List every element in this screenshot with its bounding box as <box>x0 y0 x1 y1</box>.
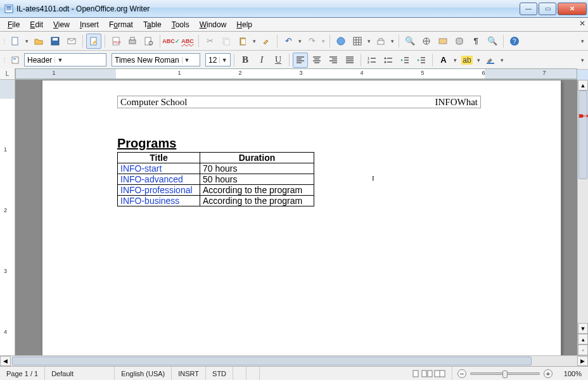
close-button[interactable]: ✕ <box>558 3 587 15</box>
status-style[interactable]: Default <box>45 367 115 380</box>
single-page-icon[interactable] <box>411 370 420 377</box>
multi-page-icon[interactable] <box>421 370 433 377</box>
redo-button[interactable]: ↷ <box>304 34 319 49</box>
status-selection-mode[interactable]: STD <box>206 367 233 380</box>
styles-button[interactable] <box>8 53 23 68</box>
table-button[interactable] <box>350 34 365 49</box>
scroll-track[interactable] <box>578 91 588 323</box>
prev-page-button[interactable]: ▴ <box>578 334 588 345</box>
zoom-out-button[interactable]: − <box>457 369 466 378</box>
minimize-button[interactable]: — <box>520 3 537 15</box>
table-dropdown-icon[interactable]: ▾ <box>366 38 372 44</box>
paragraph-style-combo[interactable]: Header ▼ <box>24 53 106 66</box>
background-color-button[interactable] <box>483 53 498 68</box>
menu-insert[interactable]: Insert <box>75 19 104 30</box>
dropdown-icon[interactable]: ▼ <box>219 57 229 63</box>
show-draw-button[interactable] <box>373 34 388 49</box>
horizontal-scrollbar[interactable]: ◀ ▶ <box>0 355 588 366</box>
align-right-button[interactable] <box>326 53 341 68</box>
zoom-track[interactable] <box>470 372 540 375</box>
copy-button[interactable] <box>219 34 234 49</box>
scroll-track[interactable] <box>11 356 577 366</box>
draw-dropdown-icon[interactable]: ▾ <box>390 38 395 44</box>
maximize-button[interactable]: ▭ <box>539 3 556 15</box>
open-button[interactable] <box>31 34 46 49</box>
zoom-button[interactable]: 🔍 <box>485 34 500 49</box>
menu-view[interactable]: View <box>48 19 75 30</box>
link-info-professional[interactable]: INFO-professional <box>120 185 193 195</box>
document-body[interactable]: Programs Title Duration INFO-start70 hou… <box>117 136 481 206</box>
scroll-left-button[interactable]: ◀ <box>0 356 11 366</box>
help-button[interactable]: ? <box>507 34 522 49</box>
underline-button[interactable]: U <box>271 53 286 68</box>
export-pdf-button[interactable]: PDF <box>108 34 124 49</box>
zoom-slider[interactable]: − + <box>452 369 558 378</box>
align-center-button[interactable] <box>309 53 324 68</box>
font-name-combo[interactable]: Times New Roman ▼ <box>112 53 200 66</box>
menu-format[interactable]: Format <box>104 19 138 30</box>
link-info-business[interactable]: INFO-business <box>120 196 179 206</box>
zoom-knob[interactable] <box>502 370 508 378</box>
navigator-button[interactable] <box>419 34 434 49</box>
navigation-button[interactable]: ◦ <box>578 345 588 355</box>
status-language[interactable]: English (USA) <box>115 367 172 380</box>
align-left-button[interactable] <box>293 53 308 68</box>
dropdown-icon[interactable]: ▼ <box>182 57 192 63</box>
vertical-scrollbar[interactable]: ▲ ▼ ▴ ◦ ▾ <box>577 80 588 366</box>
status-insert-mode[interactable]: INSRT <box>172 367 206 380</box>
email-button[interactable] <box>64 34 79 49</box>
background-dropdown-icon[interactable]: ▾ <box>499 57 505 63</box>
zoom-percent[interactable]: 100% <box>558 367 588 380</box>
new-dropdown-icon[interactable]: ▾ <box>24 38 30 44</box>
scroll-right-button[interactable]: ▶ <box>577 356 588 366</box>
highlight-dropdown-icon[interactable]: ▾ <box>476 57 482 63</box>
numbered-list-button[interactable]: 12 <box>364 53 380 68</box>
status-signature[interactable] <box>246 367 260 380</box>
menu-table[interactable]: Table <box>138 19 167 30</box>
font-color-dropdown-icon[interactable]: ▾ <box>452 57 458 63</box>
scroll-thumb[interactable] <box>12 357 532 365</box>
link-info-start[interactable]: INFO-start <box>120 163 162 174</box>
header-frame[interactable]: Computer School INFOWhat <box>117 96 481 108</box>
link-info-advanced[interactable]: INFO-advanced <box>120 174 183 184</box>
save-button[interactable] <box>48 34 63 49</box>
menu-edit[interactable]: Edit <box>25 19 48 30</box>
bullet-list-button[interactable] <box>381 53 396 68</box>
scroll-thumb[interactable] <box>578 91 587 179</box>
toolbar-overflow-icon[interactable]: ▾ <box>580 38 585 44</box>
increase-indent-button[interactable] <box>414 53 429 68</box>
status-page[interactable]: Page 1 / 1 <box>0 367 45 380</box>
paste-dropdown-icon[interactable]: ▾ <box>252 38 257 44</box>
cut-button[interactable]: ✂ <box>202 34 217 49</box>
print-preview-button[interactable] <box>141 34 157 49</box>
book-view-icon[interactable] <box>434 370 445 377</box>
menu-tools[interactable]: Tools <box>167 19 195 30</box>
undo-button[interactable]: ↶ <box>281 34 296 49</box>
vertical-ruler[interactable]: 1 2 3 4 <box>0 80 15 366</box>
gallery-button[interactable] <box>435 34 451 49</box>
hyperlink-button[interactable] <box>333 34 348 49</box>
font-color-button[interactable]: A <box>436 53 451 68</box>
paste-button[interactable] <box>235 34 250 49</box>
menu-file[interactable]: File <box>3 19 25 30</box>
italic-button[interactable]: I <box>254 53 269 68</box>
scroll-up-button[interactable]: ▲ <box>578 80 588 91</box>
find-button[interactable]: 🔍 <box>402 34 418 49</box>
nonprinting-button[interactable]: ¶ <box>468 34 483 49</box>
redo-dropdown-icon[interactable]: ▾ <box>321 38 326 44</box>
toolbar-handle[interactable]: ⋮ <box>3 37 6 44</box>
undo-dropdown-icon[interactable]: ▾ <box>297 38 303 44</box>
dropdown-icon[interactable]: ▼ <box>54 57 65 63</box>
view-layout-buttons[interactable] <box>405 367 452 380</box>
menu-window[interactable]: Window <box>195 19 232 30</box>
spellcheck-button[interactable]: ABC✓ <box>163 34 179 49</box>
print-button[interactable] <box>125 34 140 49</box>
edit-file-button[interactable] <box>86 34 101 49</box>
zoom-in-button[interactable]: + <box>544 369 553 378</box>
ruler-corner[interactable]: L <box>0 68 15 79</box>
format-paintbrush-button[interactable] <box>259 34 274 49</box>
document-close-icon[interactable]: ✕ <box>579 19 585 28</box>
align-justify-button[interactable] <box>342 53 357 68</box>
highlight-button[interactable]: ab <box>459 53 475 68</box>
font-size-combo[interactable]: 12 ▼ <box>205 53 231 66</box>
